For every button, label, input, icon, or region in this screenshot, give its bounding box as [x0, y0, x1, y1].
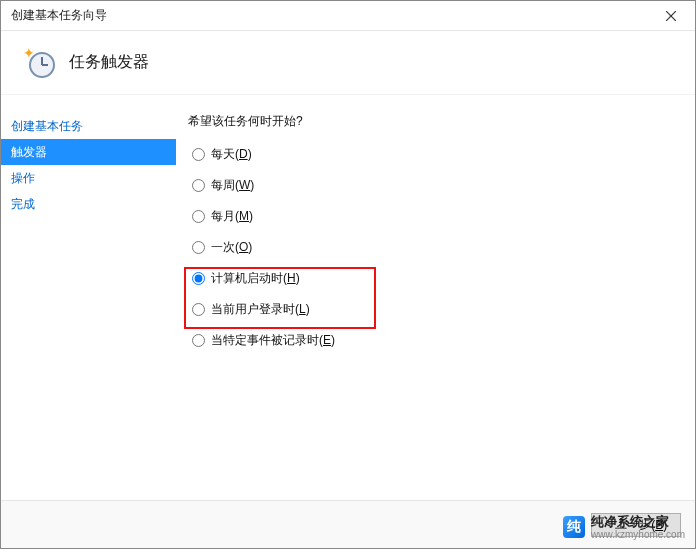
sidebar-item-trigger[interactable]: 触发器: [1, 139, 176, 165]
radio-monthly[interactable]: [192, 210, 205, 223]
radio-once[interactable]: [192, 241, 205, 254]
option-monthly[interactable]: 每月(M): [192, 206, 675, 227]
wizard-header: ✦ 任务触发器: [1, 31, 695, 95]
close-button[interactable]: [651, 2, 691, 30]
radio-on-startup[interactable]: [192, 272, 205, 285]
radio-weekly[interactable]: [192, 179, 205, 192]
watermark-logo-icon: 纯: [563, 516, 585, 538]
wizard-main-panel: 希望该任务何时开始? 每天(D) 每周(W) 每月(M) 一次(O) 计算机启动…: [176, 95, 695, 500]
option-on-event[interactable]: 当特定事件被记录时(E): [192, 330, 675, 351]
sidebar-item-action[interactable]: 操作: [1, 165, 176, 191]
option-label: 当特定事件被记录时(E): [211, 332, 335, 349]
window-title: 创建基本任务向导: [11, 7, 107, 24]
watermark-url: www.kzmyhome.com: [591, 529, 685, 540]
option-on-logon[interactable]: 当前用户登录时(L): [192, 299, 675, 320]
option-once[interactable]: 一次(O): [192, 237, 675, 258]
trigger-options: 每天(D) 每周(W) 每月(M) 一次(O) 计算机启动时(H) 当前用户登录…: [192, 144, 675, 351]
close-icon: [666, 11, 676, 21]
radio-on-logon[interactable]: [192, 303, 205, 316]
option-label: 当前用户登录时(L): [211, 301, 310, 318]
radio-daily[interactable]: [192, 148, 205, 161]
page-title: 任务触发器: [69, 52, 149, 73]
watermark: 纯 纯净系统之家 www.kzmyhome.com: [559, 513, 689, 542]
option-weekly[interactable]: 每周(W): [192, 175, 675, 196]
option-daily[interactable]: 每天(D): [192, 144, 675, 165]
option-label: 每周(W): [211, 177, 254, 194]
option-on-startup[interactable]: 计算机启动时(H): [192, 268, 675, 289]
sidebar-item-create-task[interactable]: 创建基本任务: [1, 113, 176, 139]
content-area: 创建基本任务 触发器 操作 完成 希望该任务何时开始? 每天(D) 每周(W) …: [1, 95, 695, 500]
radio-on-event[interactable]: [192, 334, 205, 347]
option-label: 计算机启动时(H): [211, 270, 300, 287]
watermark-name: 纯净系统之家: [591, 515, 685, 529]
clock-icon: ✦: [25, 48, 55, 78]
titlebar: 创建基本任务向导: [1, 1, 695, 31]
sidebar-item-finish[interactable]: 完成: [1, 191, 176, 217]
trigger-question: 希望该任务何时开始?: [188, 113, 675, 130]
option-label: 每月(M): [211, 208, 253, 225]
option-label: 每天(D): [211, 146, 252, 163]
wizard-steps-sidebar: 创建基本任务 触发器 操作 完成: [1, 95, 176, 500]
option-label: 一次(O): [211, 239, 252, 256]
